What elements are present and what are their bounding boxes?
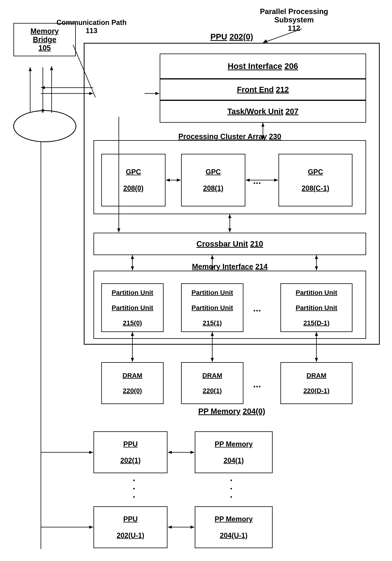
pu-0-box: Partition UnitPartition Unit215(0)	[101, 283, 163, 332]
svg-marker-54	[168, 526, 172, 529]
ppu-u-box: PPU 202(U-1)	[93, 506, 167, 548]
gpc-dots: ...	[253, 175, 261, 186]
svg-marker-4	[29, 67, 32, 71]
task-work-box: Task/Work Unit 207	[160, 100, 366, 123]
svg-marker-47	[89, 451, 93, 454]
gpc-0-box: GPC 208(0)	[101, 154, 165, 206]
ppm-vertical-dots: · · ·	[226, 479, 237, 500]
gpc-c-box: GPC 208(C-1)	[278, 154, 352, 206]
ppu-main-label: PPU 202(0)	[84, 32, 380, 42]
dram-1-box: DRAM 220(1)	[181, 362, 243, 404]
svg-marker-38	[211, 358, 214, 362]
pps-label: Parallel Processing Subsystem 112	[257, 7, 331, 32]
dram-dots: ...	[253, 379, 261, 389]
svg-point-0	[14, 111, 76, 142]
svg-marker-51	[168, 451, 172, 454]
svg-marker-55	[190, 526, 194, 529]
memory-bridge-num: 105	[38, 44, 51, 52]
front-end-box: Front End 212	[160, 79, 366, 100]
diagram-container: Memory Bridge 105 Communication Path 113…	[0, 0, 392, 561]
svg-marker-52	[190, 451, 194, 454]
ppm-u-box: PP Memory 204(U-1)	[195, 506, 273, 548]
svg-marker-45	[41, 86, 45, 89]
svg-marker-6	[50, 66, 53, 70]
pp-memory-main-label: PP Memory 204(0)	[84, 407, 380, 416]
host-interface-box: Host Interface 206	[160, 54, 366, 79]
ppm-1-box: PP Memory 204(1)	[195, 431, 273, 473]
mi-label: Memory Interface 214	[93, 262, 366, 271]
pu-dots: ...	[253, 303, 261, 313]
dram-d-box: DRAM 220(D-1)	[280, 362, 352, 404]
dram-0-box: DRAM 220(0)	[101, 362, 163, 404]
crossbar-box: Crossbar Unit 210	[93, 233, 366, 255]
gpc-1-box: GPC 208(1)	[181, 154, 245, 206]
svg-marker-41	[315, 358, 318, 362]
ppu-vertical-dots: · · ·	[129, 479, 139, 500]
svg-marker-35	[131, 358, 134, 362]
svg-marker-2	[41, 109, 44, 113]
memory-bridge-label: Memory Bridge	[30, 27, 59, 44]
svg-marker-49	[89, 526, 93, 529]
pu-d-box: Partition UnitPartition Unit215(D-1)	[280, 283, 352, 332]
ppu-1-box: PPU 202(1)	[93, 431, 167, 473]
pca-label: Processing Cluster Array 230	[93, 132, 366, 141]
pu-1-box: Partition UnitPartition Unit215(1)	[181, 283, 243, 332]
